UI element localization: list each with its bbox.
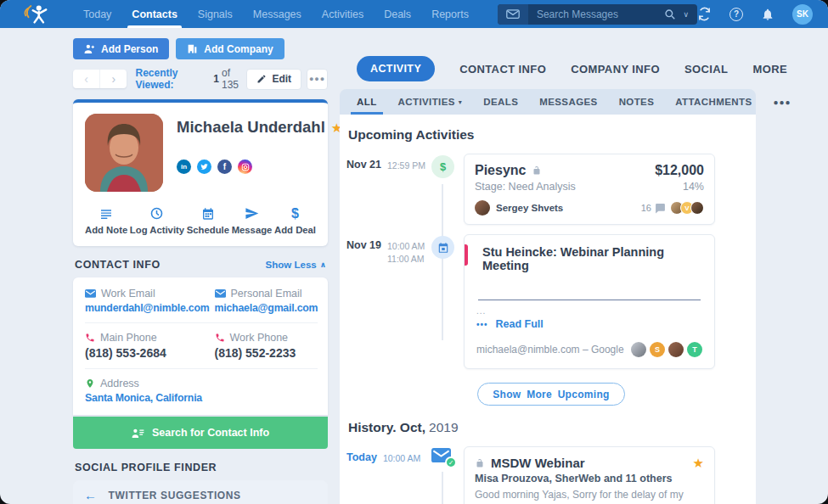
back-arrow-icon[interactable]: ← <box>84 489 98 501</box>
upcoming-timeline: Nov 21 12:59 PM $ Piesync $12,000 St <box>346 154 756 369</box>
deal-comments[interactable]: 16 <box>641 203 666 214</box>
deal-amount: $12,000 <box>655 163 704 178</box>
nav-item-reports[interactable]: Reports <box>431 0 469 28</box>
nav-item-activities[interactable]: Activities <box>322 0 363 28</box>
search-contact-info-button[interactable]: Search for Contact Info <box>73 417 328 449</box>
contact-sidebar: Add Person Add Company ‹ › Recently View… <box>73 38 328 504</box>
email-icon <box>215 289 226 298</box>
tab-social[interactable]: SOCIAL <box>684 63 729 76</box>
email-participants: Misa Prouzova, SherWeb and 11 others <box>475 473 704 484</box>
nav-item-deals[interactable]: Deals <box>384 0 411 28</box>
instagram-icon[interactable] <box>238 160 252 174</box>
star-icon[interactable]: ★ <box>693 456 704 469</box>
attendee-avatar: T <box>687 342 702 357</box>
subtab-all[interactable]: ALL <box>357 89 377 115</box>
notifications-bell-icon[interactable] <box>761 8 774 21</box>
activity-feed: Upcoming Activities Nov 21 12:59 PM $ Pi… <box>340 115 756 504</box>
subtab-deals[interactable]: DEALS <box>483 89 518 115</box>
show-more-upcoming-button[interactable]: Show More Upcoming <box>477 383 624 406</box>
nav-item-today[interactable]: Today <box>83 0 111 28</box>
owner-avatar <box>475 200 490 216</box>
tab-company-info[interactable]: COMPANY INFO <box>571 63 660 76</box>
person-list-icon <box>132 428 144 439</box>
subtab-attachments[interactable]: ATTACHMENTS <box>675 89 752 115</box>
unlock-icon[interactable] <box>532 165 542 176</box>
nav-item-contacts[interactable]: Contacts <box>132 0 177 28</box>
recently-viewed-label[interactable]: Recently Viewed: <box>135 67 209 91</box>
divider <box>85 322 318 323</box>
search-dropdown-caret-icon[interactable]: ∨ <box>683 10 689 19</box>
deal-stage: Stage: Need Analysis <box>475 181 576 193</box>
add-buttons-row: Add Person Add Company <box>73 38 328 59</box>
facebook-icon[interactable]: f <box>217 160 232 174</box>
email-icon <box>85 289 96 298</box>
read-full-link[interactable]: ••• Read Full <box>476 318 702 330</box>
send-plane-icon <box>245 206 259 221</box>
user-avatar[interactable]: SK <box>792 4 813 25</box>
show-less-toggle[interactable]: Show Less ∧ <box>266 260 326 270</box>
work-email-value[interactable]: munderdahl@nimble.com <box>85 302 210 314</box>
next-contact-button[interactable]: › <box>100 70 127 88</box>
timeline-entry-deal: Nov 21 12:59 PM $ Piesync $12,000 St <box>346 154 756 225</box>
help-icon[interactable]: ? <box>729 8 743 21</box>
contact-summary-card: Michaela Underdahl ★ in f <box>73 99 328 246</box>
tab-more[interactable]: MORE <box>752 63 787 76</box>
deal-owner-name[interactable]: Sergey Shvets <box>496 203 563 213</box>
search-icon[interactable] <box>664 8 676 20</box>
check-badge-icon: ✓ <box>445 456 457 468</box>
search-controls: ∨ <box>664 8 697 20</box>
message-button[interactable]: Message <box>232 206 273 235</box>
edit-contact-button[interactable]: Edit <box>246 69 301 90</box>
unlock-icon[interactable] <box>475 458 485 468</box>
phone-icon <box>215 333 225 343</box>
search-input[interactable] <box>528 8 665 20</box>
nav-item-messages[interactable]: Messages <box>253 0 301 28</box>
work-phone-field: Work Phone (818) 552-2233 <box>215 332 318 360</box>
subtab-activities[interactable]: ACTIVITIES▾ <box>398 89 463 115</box>
attendee-avatar: S <box>650 342 665 357</box>
twitter-icon[interactable] <box>197 160 211 174</box>
linkedin-icon[interactable]: in <box>177 160 191 174</box>
email-card[interactable]: MSDW Webinar ★ Misa Prouzova, SherWeb an… <box>464 446 715 504</box>
tab-activity[interactable]: ACTIVITY <box>357 56 435 81</box>
deal-participant-avatars: V <box>673 201 704 215</box>
deal-title[interactable]: Piesync <box>475 163 526 178</box>
personal-email-value[interactable]: michaela@gmail.com <box>215 302 318 314</box>
chevron-right-icon: › <box>112 72 116 86</box>
dollar-icon: $ <box>291 206 299 221</box>
add-company-button[interactable]: Add Company <box>176 38 284 59</box>
log-activity-button[interactable]: Log Activity <box>130 206 184 235</box>
subtab-more-icon[interactable]: ●●● <box>773 89 791 115</box>
nav-utilities: ? SK <box>697 4 813 25</box>
contact-photo <box>85 114 163 192</box>
email-title[interactable]: MSDW Webinar <box>491 456 585 470</box>
add-person-button[interactable]: Add Person <box>73 38 169 59</box>
meeting-title[interactable]: Stu Heincke: Webinar Planning Meeting <box>476 245 702 272</box>
add-deal-button[interactable]: $ Add Deal <box>274 206 316 235</box>
history-title: History. Oct,2019 <box>348 420 756 435</box>
phone-icon <box>85 333 95 343</box>
social-profile-finder-header: SOCIAL PROFILE FINDER <box>75 462 326 473</box>
meeting-attendee-avatars: S T <box>631 342 702 357</box>
nav-item-signals[interactable]: Signals <box>198 0 233 28</box>
entry-time-end: 11:00 AM <box>387 254 425 264</box>
nimble-logo-icon[interactable] <box>22 3 49 25</box>
person-add-icon <box>84 43 95 54</box>
entry-time: 10:00 AM <box>383 451 420 463</box>
email-preview: Good morning Yajas, Sorry for the delay … <box>475 488 702 504</box>
meeting-card[interactable]: Stu Heincke: Webinar Planning Meeting ..… <box>464 234 715 369</box>
prev-contact-button[interactable]: ‹ <box>73 70 100 88</box>
add-note-button[interactable]: Add Note <box>85 206 127 235</box>
deal-card[interactable]: Piesync $12,000 Stage: Need Analysis 14%… <box>464 154 715 225</box>
schedule-button[interactable]: Schedule <box>187 206 229 235</box>
address-value[interactable]: Santa Monica, California <box>85 392 210 404</box>
entry-time-start: 10:00 AM <box>387 241 425 251</box>
tab-contact-info[interactable]: CONTACT INFO <box>459 63 546 76</box>
subtab-messages[interactable]: MESSAGES <box>539 89 597 115</box>
search-scope-mail-icon[interactable] <box>498 4 528 25</box>
sync-icon[interactable] <box>697 7 712 21</box>
contact-more-button[interactable]: ●●● <box>307 69 328 90</box>
entry-date: Nov 21 <box>346 159 381 171</box>
contact-info-title: CONTACT INFO <box>75 259 161 271</box>
subtab-notes[interactable]: NOTES <box>619 89 655 115</box>
